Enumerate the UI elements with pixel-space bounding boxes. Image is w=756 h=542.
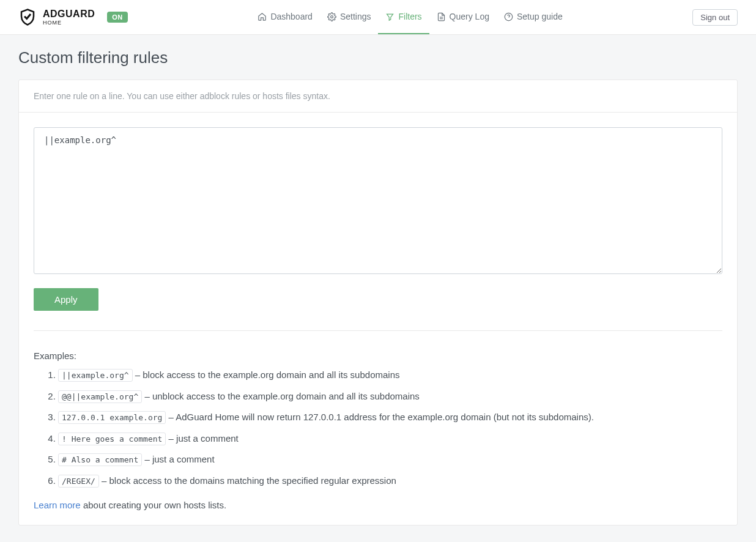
shield-check-icon (18, 8, 37, 26)
file-icon (437, 12, 446, 21)
example-desc: – just a comment (142, 454, 214, 464)
nav-filters[interactable]: Filters (378, 0, 429, 34)
nav-label: Settings (340, 12, 371, 21)
svg-point-0 (331, 15, 333, 18)
example-code: ! Here goes a comment (58, 432, 166, 445)
examples-title: Examples: (34, 351, 722, 361)
example-desc: – block access to the domains matching t… (99, 475, 396, 486)
example-desc: – block access to the example.org domain… (133, 369, 400, 380)
logo-sub-text: HOME (43, 20, 95, 26)
nav-label: Dashboard (270, 12, 313, 21)
learn-more-link[interactable]: Learn more (34, 500, 81, 510)
home-icon (258, 12, 267, 21)
gear-icon (327, 12, 336, 21)
list-item: @@||example.org^ – unblock access to the… (58, 390, 722, 404)
card-body: ||example.org^ Apply Examples: ||example… (19, 113, 737, 525)
logo[interactable]: ADGUARD HOME ON (18, 8, 128, 26)
learn-more-text: about creating your own hosts lists. (81, 500, 226, 510)
app-header: ADGUARD HOME ON Dashboard Settings Filte… (0, 0, 756, 35)
example-code: @@||example.org^ (58, 390, 142, 403)
nav-dashboard[interactable]: Dashboard (250, 0, 320, 34)
signout-button[interactable]: Sign out (692, 9, 738, 26)
page-title: Custom filtering rules (18, 48, 738, 67)
main-nav: Dashboard Settings Filters Query Log Set… (250, 0, 569, 34)
logo-main-text: ADGUARD (43, 9, 95, 19)
status-badge[interactable]: ON (107, 12, 128, 23)
list-item: # Also a comment – just a comment (58, 453, 722, 467)
example-code: /REGEX/ (58, 475, 99, 488)
list-item: /REGEX/ – block access to the domains ma… (58, 474, 722, 488)
example-desc: – unblock access to the example.org doma… (142, 391, 420, 401)
nav-querylog[interactable]: Query Log (429, 0, 497, 34)
list-item: ||example.org^ – block access to the exa… (58, 368, 722, 382)
list-item: 127.0.0.1 example.org – AdGuard Home wil… (58, 410, 722, 425)
example-desc: – AdGuard Home will now return 127.0.0.1… (166, 412, 594, 422)
learn-more: Learn more about creating your own hosts… (34, 500, 722, 510)
rules-card: Enter one rule on a line. You can use ei… (18, 80, 738, 525)
filter-icon (385, 12, 395, 21)
divider (34, 330, 722, 331)
example-code: ||example.org^ (58, 369, 133, 382)
card-hint: Enter one rule on a line. You can use ei… (19, 80, 737, 113)
nav-label: Setup guide (517, 12, 563, 21)
apply-button[interactable]: Apply (34, 288, 98, 311)
example-code: 127.0.0.1 example.org (58, 411, 166, 424)
help-circle-icon (504, 12, 513, 21)
list-item: ! Here goes a comment – just a comment (58, 432, 722, 446)
nav-setupguide[interactable]: Setup guide (497, 0, 570, 34)
rules-textarea[interactable]: ||example.org^ (34, 127, 722, 274)
examples-list: ||example.org^ – block access to the exa… (34, 368, 722, 488)
example-desc: – just a comment (166, 433, 238, 444)
nav-settings[interactable]: Settings (320, 0, 379, 34)
nav-label: Query Log (450, 12, 489, 21)
example-code: # Also a comment (58, 453, 142, 466)
nav-label: Filters (398, 12, 421, 21)
page-container: Custom filtering rules Enter one rule on… (0, 35, 756, 539)
